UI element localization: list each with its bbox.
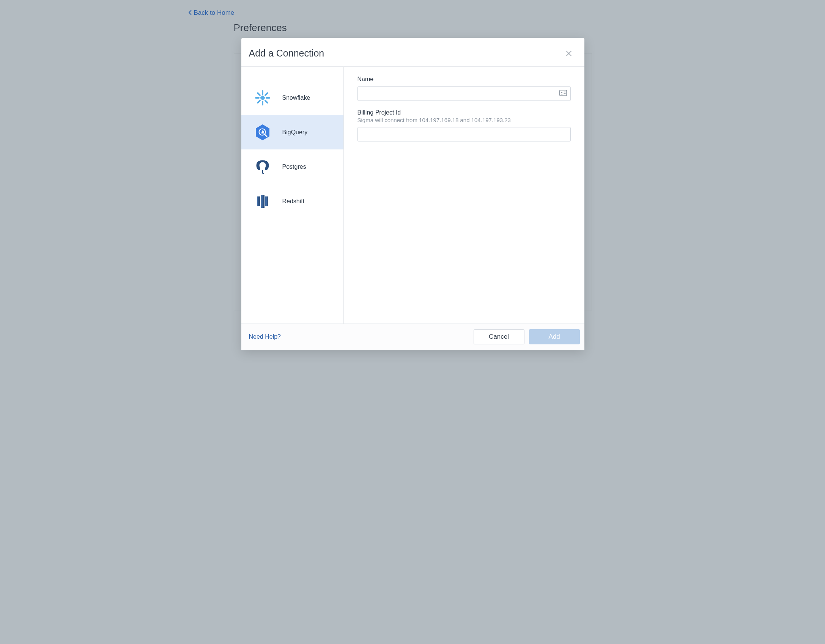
db-option-redshift[interactable]: Redshift — [241, 184, 343, 218]
name-field-group: Name — [357, 76, 571, 101]
connection-form: Name — [344, 67, 584, 324]
page-root: Back to Home Preferences Add a Connectio… — [179, 0, 646, 364]
svg-point-24 — [561, 92, 562, 93]
svg-rect-1 — [262, 101, 263, 105]
modal-header: Add a Connection — [241, 38, 584, 67]
id-card-icon — [559, 90, 567, 97]
cancel-button[interactable]: Cancel — [474, 329, 524, 344]
svg-rect-14 — [263, 131, 264, 134]
svg-rect-5 — [257, 99, 261, 104]
back-to-home-label: Back to Home — [194, 9, 235, 17]
svg-rect-4 — [264, 92, 268, 96]
chevron-left-icon — [188, 10, 192, 16]
db-option-label: Postgres — [282, 163, 306, 170]
svg-point-15 — [260, 164, 261, 165]
billing-project-input-wrap — [357, 127, 571, 141]
name-input-wrap — [357, 86, 571, 101]
snowflake-icon — [253, 89, 272, 107]
bigquery-icon — [253, 123, 272, 141]
close-icon — [566, 49, 572, 58]
svg-rect-8 — [260, 95, 265, 100]
svg-rect-13 — [262, 130, 263, 134]
name-label: Name — [357, 76, 571, 83]
svg-rect-3 — [266, 97, 270, 99]
footer-actions: Cancel Add — [474, 329, 580, 344]
back-to-home-link[interactable]: Back to Home — [188, 9, 235, 17]
need-help-link[interactable]: Need Help? — [249, 333, 281, 340]
db-option-postgres[interactable]: Postgres — [241, 149, 343, 184]
billing-project-input[interactable] — [357, 127, 571, 141]
modal-title: Add a Connection — [249, 48, 324, 59]
db-option-label: Snowflake — [282, 94, 310, 101]
billing-project-label: Billing Project Id — [357, 109, 571, 116]
billing-project-hint: Sigma will connect from 104.197.169.18 a… — [357, 117, 571, 123]
svg-rect-20 — [265, 196, 267, 206]
name-input[interactable] — [357, 86, 571, 101]
billing-project-field-group: Billing Project Id Sigma will connect fr… — [357, 109, 571, 141]
db-option-snowflake[interactable]: Snowflake — [241, 80, 343, 115]
page-title: Preferences — [234, 22, 287, 34]
svg-rect-18 — [257, 196, 258, 206]
svg-rect-6 — [257, 92, 261, 96]
modal-body: Snowflake BigQuery — [241, 67, 584, 324]
svg-point-16 — [264, 164, 265, 165]
close-button[interactable] — [565, 48, 573, 59]
db-option-bigquery[interactable]: BigQuery — [241, 115, 343, 149]
svg-rect-12 — [261, 132, 261, 134]
add-button[interactable]: Add — [529, 329, 580, 344]
add-connection-modal: Add a Connection — [241, 38, 584, 350]
postgres-icon — [253, 158, 272, 176]
connection-type-sidebar: Snowflake BigQuery — [241, 67, 344, 324]
svg-rect-0 — [262, 90, 263, 95]
db-option-label: BigQuery — [282, 129, 308, 136]
redshift-icon — [253, 192, 272, 210]
svg-rect-7 — [264, 99, 268, 104]
svg-rect-2 — [255, 97, 260, 99]
svg-rect-23 — [559, 90, 566, 96]
db-option-label: Redshift — [282, 198, 305, 205]
modal-footer: Need Help? Cancel Add — [241, 324, 584, 350]
svg-rect-22 — [261, 195, 263, 208]
